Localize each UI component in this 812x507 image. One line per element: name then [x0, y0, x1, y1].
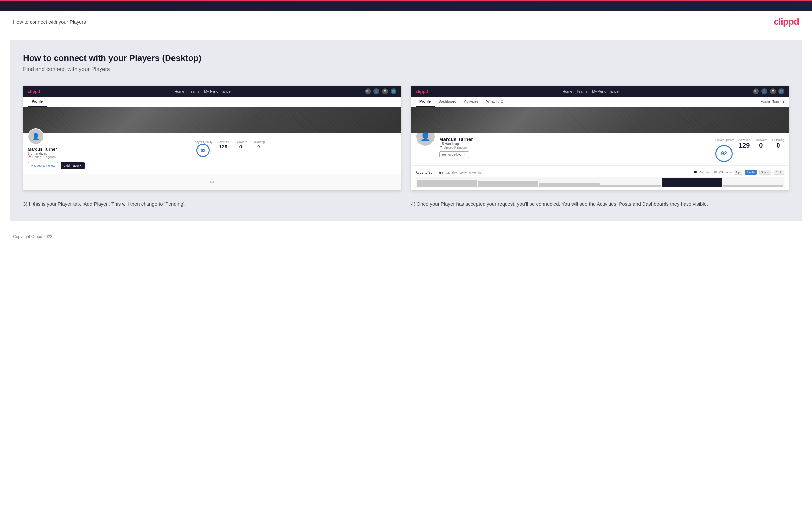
descriptions-row: 3) If this is your Player tap, 'Add Play…: [23, 200, 789, 208]
player-handicap-1: 1-5 Handicap: [28, 152, 57, 155]
nav-teams-1[interactable]: Teams: [189, 89, 199, 93]
app-nav-items-1: Home Teams My Performance: [174, 89, 230, 93]
avatar-icon-1: 👤: [32, 132, 40, 140]
player-name-2: Marcus Turner: [439, 136, 711, 142]
activity-month-label: Monthly Activity · 6 Months: [446, 171, 481, 174]
tab-profile-2[interactable]: Profile: [415, 97, 435, 107]
banner-image-1: [23, 107, 401, 133]
player-location-2: 📍 United Kingdom: [439, 146, 711, 149]
app-logo-2: clippd: [415, 89, 428, 94]
player-location-1: 📍 United Kingdom: [28, 155, 57, 159]
close-icon: ✕: [464, 153, 466, 156]
player-name-1: Marcus Turner: [28, 147, 57, 152]
stat-activities-2: Activities 129: [739, 138, 750, 149]
tab-activities-2[interactable]: Activities: [460, 97, 482, 107]
profile-info-2: Marcus Turner 1-5 Handicap 📍 United King…: [439, 136, 711, 158]
scissors-icon: ✂: [210, 179, 214, 185]
top-bar: [0, 0, 812, 10]
header-divider: [13, 33, 799, 34]
on-course-dot: [694, 171, 697, 173]
request-follow-button[interactable]: Request to Follow: [28, 162, 58, 169]
chart-bar-2: [478, 181, 539, 187]
app-tabs-2: Profile Dashboard Activities What To On …: [411, 97, 789, 107]
profile-header-row-2: 👤 Marcus Turner 1-5 Handicap 📍 United Ki…: [411, 133, 789, 165]
app-nav-items-2: Home Teams My Performance: [562, 89, 618, 93]
stat-activities-1: Activities 129: [217, 140, 229, 149]
user-icon-1[interactable]: 👤: [373, 88, 379, 94]
settings-icon-1[interactable]: ⚙: [382, 88, 388, 94]
search-icon-1[interactable]: 🔍: [365, 88, 371, 94]
activity-chart: [415, 177, 784, 187]
stat-followers-2: Followers 0: [755, 138, 767, 149]
profile-banner-2: [411, 107, 789, 133]
nav-myperformance-2[interactable]: My Performance: [592, 89, 618, 93]
quality-circle-1: 92: [196, 144, 210, 157]
profile-body-1: 👤 Marcus Turner 1-5 Handicap 📍 United Ki…: [23, 133, 401, 174]
profile-bottom-1: ✂: [23, 174, 401, 190]
description-3: 3) If this is your Player tap, 'Add Play…: [23, 200, 401, 208]
tab-profile-1[interactable]: Profile: [28, 97, 47, 107]
description-4: 4) Once your Player has accepted your re…: [411, 200, 789, 208]
banner-image-2: [411, 107, 789, 133]
chart-bar-5: [662, 177, 722, 187]
chart-bar-3: [539, 183, 600, 187]
location-pin-icon: 📍: [28, 155, 32, 159]
screenshot-2: clippd Home Teams My Performance 🔍 👤 ⚙ 🌐…: [411, 86, 789, 190]
main-content: How to connect with your Players (Deskto…: [10, 40, 802, 221]
quality-circle-2: 92: [715, 145, 732, 162]
app-tabs-1: Profile: [23, 97, 401, 107]
chart-bar-1: [417, 180, 477, 187]
profile-banner-1: [23, 107, 401, 133]
globe-icon-2[interactable]: 🌐: [778, 88, 784, 94]
app-nav-2: clippd Home Teams My Performance 🔍 👤 ⚙ 🌐: [411, 86, 789, 97]
footer: Copyright Clippd 2022: [0, 228, 812, 245]
stat-followers-1: Followers 0: [235, 140, 247, 149]
search-icon-2[interactable]: 🔍: [753, 88, 759, 94]
stat-following-1: Following 0: [252, 140, 265, 149]
page-title: How to connect with your Players: [13, 19, 86, 24]
avatar-1: 👤: [28, 128, 44, 145]
app-logo-1: clippd: [28, 89, 40, 94]
stat-quality-2: Player Quality 92: [715, 138, 734, 162]
globe-icon-1[interactable]: 🌐: [391, 88, 397, 94]
user-dropdown[interactable]: Marcus Turner ▾: [761, 100, 784, 104]
nav-teams-2[interactable]: Teams: [577, 89, 587, 93]
app-icons-2: 🔍 👤 ⚙ 🌐: [753, 88, 784, 94]
nav-myperformance-1[interactable]: My Performance: [204, 89, 231, 93]
tab-what-to-on-2[interactable]: What To On: [482, 97, 509, 107]
location-pin-icon-2: 📍: [439, 146, 443, 149]
activity-title: Activity Summary: [415, 171, 443, 174]
activity-legend: On course Off course: [694, 171, 731, 174]
screenshot-1: clippd Home Teams My Performance 🔍 👤 ⚙ 🌐…: [23, 86, 401, 190]
main-title: How to connect with your Players (Deskto…: [23, 53, 789, 63]
on-course-label: On course: [699, 171, 711, 174]
app-icons-1: 🔍 👤 ⚙ 🌐: [365, 88, 397, 94]
filter-6mths[interactable]: 6 mths: [745, 170, 757, 175]
player-handicap-2: 1-5 Handicap: [439, 142, 711, 146]
tab-dashboard-2[interactable]: Dashboard: [435, 97, 460, 107]
app-nav-1: clippd Home Teams My Performance 🔍 👤 ⚙ 🌐: [23, 86, 401, 97]
activity-header: Activity Summary · Monthly Activity · 6 …: [415, 169, 784, 175]
screenshots-row: clippd Home Teams My Performance 🔍 👤 ⚙ 🌐…: [23, 86, 789, 190]
filter-3mths[interactable]: 3 mths: [759, 170, 771, 175]
tabs-left-2: Profile Dashboard Activities What To On: [415, 97, 509, 107]
add-player-button[interactable]: Add Player +: [61, 162, 85, 169]
chart-bar-6: [723, 185, 783, 187]
stat-following-2: Following 0: [772, 138, 784, 149]
main-subtitle: Find and connect with your Players: [23, 66, 789, 72]
user-icon-2[interactable]: 👤: [761, 88, 767, 94]
stat-quality-1: Player Quality 92: [194, 140, 212, 157]
off-course-dot: [714, 171, 717, 173]
nav-home-2[interactable]: Home: [562, 89, 572, 93]
profile-actions-1: Request to Follow Add Player +: [28, 162, 397, 169]
nav-home-1[interactable]: Home: [174, 89, 184, 93]
remove-player-button[interactable]: Remove Player ✕: [439, 151, 469, 158]
copyright-text: Copyright Clippd 2022: [13, 234, 52, 239]
settings-icon-2[interactable]: ⚙: [770, 88, 776, 94]
clippd-logo: clippd: [774, 16, 799, 27]
filter-1mth[interactable]: 1 mth: [774, 170, 784, 175]
header: How to connect with your Players clippd: [0, 10, 812, 33]
chart-bar-4: [601, 185, 661, 187]
activity-section: Activity Summary · Monthly Activity · 6 …: [411, 165, 789, 190]
filter-1yr[interactable]: 1 yr: [734, 170, 742, 175]
